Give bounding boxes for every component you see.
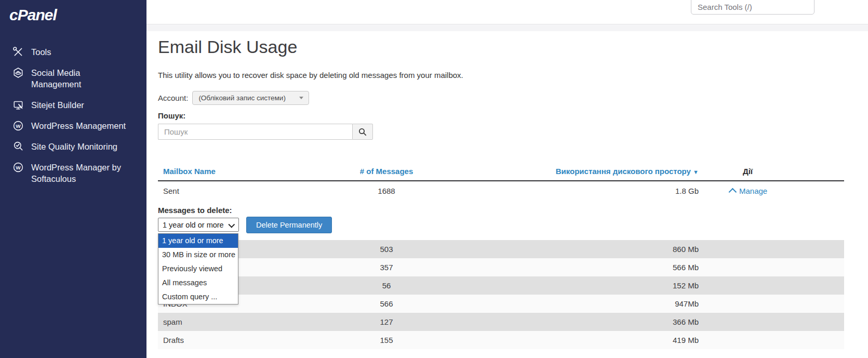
messages-count-cell: 127 [345,317,428,326]
social-media-icon [12,67,24,78]
select-dropdown-list: 1 year old or more30 MB in size or moreP… [158,233,238,304]
topbar [146,0,868,24]
sidebar-item-label: Sitejet Builder [31,99,84,111]
messages-to-delete-label: Messages to delete: [158,200,844,215]
select-value: 1 year old or more [163,221,224,229]
header-mailbox-name[interactable]: Mailbox Name [158,167,345,176]
sitejet-icon [12,99,24,111]
sidebar-item-sitejet[interactable]: Sitejet Builder [0,95,146,115]
disk-usage-cell: 152 Mb [428,281,699,290]
sidebar-item-wordpress-management[interactable]: W WordPress Management [0,115,146,136]
mailbox-search-button[interactable] [352,124,373,140]
chevron-down-icon [299,97,303,99]
manage-panel: Messages to delete: 1 year old or more D… [158,200,844,240]
disk-usage-cell: 419 Mb [428,336,699,344]
table-row: INBOX566947Mb [158,295,844,313]
page-description: This utility allows you to recover disk … [158,71,844,79]
messages-count-cell: 56 [345,281,428,290]
wordpress-icon: W [12,162,24,173]
dropdown-option[interactable]: 30 MB in size or more [158,248,238,262]
messages-count-cell: 155 [345,336,428,344]
chevron-down-icon [228,221,235,228]
wordpress-icon: W [12,120,24,131]
search-tools-input[interactable] [691,0,814,15]
svg-text:W: W [16,165,21,170]
disk-usage-cell: 947Mb [428,299,699,308]
sidebar-item-label: Social Media Management [31,67,131,90]
messages-to-delete-select[interactable]: 1 year old or more [158,218,239,232]
account-select[interactable]: (Обліковий запис системи) [192,91,309,105]
sidebar-item-site-quality[interactable]: Site Quality Monitoring [0,136,146,157]
table-header-row: Mailbox Name # of Messages Використання … [158,164,844,181]
mailbox-name-cell: Drafts [158,336,345,344]
disk-usage-cell: 860 Mb [428,245,699,254]
svg-text:W: W [16,123,21,129]
sidebar-nav: Tools Social Media Management Sitejet Bu… [0,42,146,189]
mailbox-search-input[interactable] [158,124,352,140]
sidebar-item-wp-manager-softaculous[interactable]: W WordPress Manager by Softaculous [0,157,146,189]
disk-usage-cell: 366 Mb [428,317,699,326]
table-row: Drafts155419 Mb [158,331,844,349]
cpanel-logo[interactable]: cPanel [0,0,146,24]
delete-permanently-button[interactable]: Delete Permanently [246,217,332,233]
table-row: Sent 1688 1.8 Gb Manage [158,181,844,200]
account-label: Account: [158,94,188,102]
table-row: 503860 Mb [158,240,844,258]
header-disk-usage[interactable]: Використання дискового простору ▼ [428,167,699,176]
dropdown-option[interactable]: Previously viewed [158,262,238,276]
manage-link[interactable]: Manage [731,187,767,195]
dropdown-option[interactable]: Custom query ... [158,290,238,304]
disk-usage-cell: 1.8 Gb [428,187,699,195]
dropdown-option[interactable]: 1 year old or more [158,234,238,248]
sidebar-item-label: WordPress Manager by Softaculous [31,162,131,184]
sort-desc-icon: ▼ [693,169,699,175]
messages-count-cell: 357 [345,263,428,272]
disk-usage-cell: 566 Mb [428,263,699,272]
dropdown-option[interactable]: All messages [158,276,238,290]
sidebar-item-label: WordPress Management [31,120,126,131]
header-num-messages[interactable]: # of Messages [345,167,428,176]
table-row: 56152 Mb [158,276,844,295]
main-content: Email Disk Usage This utility allows you… [158,31,844,349]
sidebar-item-label: Tools [31,46,51,58]
messages-count-cell: 1688 [345,187,428,195]
sidebar-item-social-media[interactable]: Social Media Management [0,62,146,95]
mailbox-name-cell: Sent [158,187,345,195]
search-icon [358,128,367,136]
table-row: spam127366 Mb [158,313,844,331]
account-select-value: (Обліковий запис системи) [198,94,286,102]
sidebar: cPanel Tools Social Media Management Sit… [0,0,146,358]
sidebar-item-label: Site Quality Monitoring [31,141,117,152]
table-row: 357566 Mb [158,258,844,276]
sidebar-item-tools[interactable]: Tools [0,42,146,62]
mailbox-search-label: Пошук: [158,111,844,120]
chevron-up-icon [729,188,737,196]
mailbox-table: Mailbox Name # of Messages Використання … [158,164,844,349]
quality-icon [12,141,24,152]
topbar-divider [146,24,868,31]
tools-icon [12,46,24,58]
mailbox-name-cell: spam [158,317,345,326]
page-title: Email Disk Usage [158,35,844,58]
header-actions: Дії [699,167,844,176]
messages-count-cell: 503 [345,245,428,254]
messages-count-cell: 566 [345,299,428,308]
table-body: 503860 Mb357566 Mb56152 MbINBOX566947Mbs… [158,240,844,349]
